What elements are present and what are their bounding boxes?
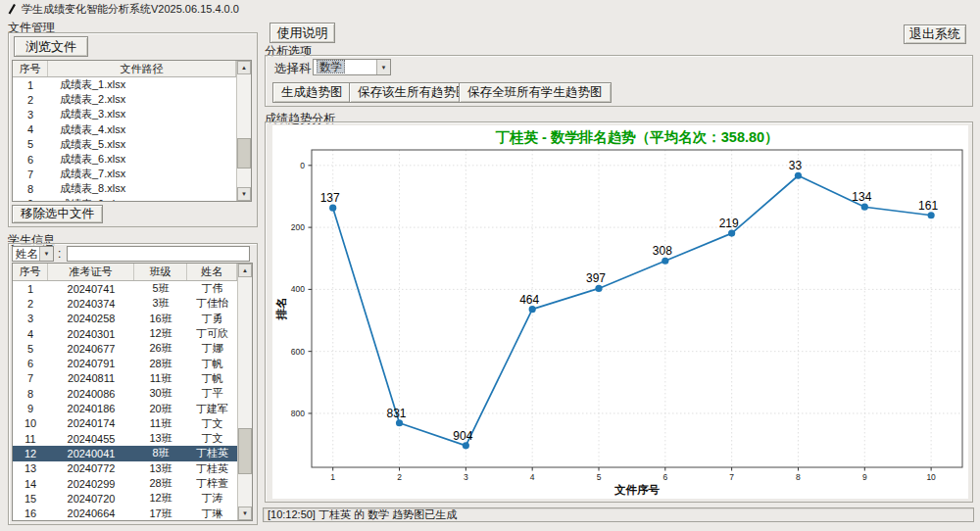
svg-text:800: 800 — [291, 409, 305, 418]
scrollbar-thumb[interactable] — [237, 138, 251, 169]
help-button[interactable]: 使用说明 — [270, 23, 335, 43]
svg-text:200: 200 — [291, 222, 305, 232]
svg-text:904: 904 — [453, 429, 472, 443]
table-cell: 11 — [13, 431, 48, 446]
table-cell: 11班 — [134, 416, 187, 431]
table-cell: 丁佳怡 — [187, 296, 237, 311]
table-cell: 丁伟 — [187, 281, 237, 296]
svg-text:400: 400 — [291, 284, 305, 294]
table-cell: 30班 — [134, 386, 187, 401]
table-cell: 13班 — [134, 431, 187, 446]
table-cell: 5班 — [134, 281, 187, 296]
table-cell: 20240086 — [48, 386, 134, 401]
table-cell: 丁可欣 — [187, 326, 237, 341]
table-row[interactable]: 52024067726班丁娜 — [13, 341, 252, 356]
window-title: 学生成绩变化智能分析系统V2025.06.15.4.0.0 — [22, 2, 239, 17]
table-row[interactable]: 62024079128班丁帆 — [13, 356, 252, 370]
browse-files-button[interactable]: 浏览文件 — [14, 36, 88, 57]
table-row[interactable]: 72024081111班丁帆 — [13, 371, 252, 386]
chart-canvas: 123456789100200400600800丁桂英 - 数学排名趋势（平均名… — [272, 125, 968, 499]
table-row[interactable]: 42024030112班丁可欣 — [13, 326, 252, 341]
table-cell: 丁帆 — [187, 371, 237, 386]
table-cell: 7 — [13, 167, 48, 181]
table-cell: 成绩表_4.xlsx — [48, 122, 236, 137]
save-class-trends-button[interactable]: 保存全班所有学生趋势图 — [459, 82, 612, 103]
table-cell: 20240174 — [48, 416, 134, 431]
table-row[interactable]: 2成绩表_2.xlsx — [13, 92, 251, 107]
table-row[interactable]: 162024066417班丁琳 — [13, 506, 252, 520]
generate-trend-button[interactable]: 生成趋势图 — [272, 82, 352, 103]
table-cell: 2 — [13, 92, 48, 107]
svg-text:文件序号: 文件序号 — [614, 484, 661, 496]
svg-text:丁桂英 - 数学排名趋势（平均名次：358.80）: 丁桂英 - 数学排名趋势（平均名次：358.80） — [495, 129, 778, 145]
svg-text:8: 8 — [796, 472, 801, 482]
svg-text:9: 9 — [862, 472, 867, 482]
table-cell: 20240741 — [48, 281, 134, 296]
table-row[interactable]: 5成绩表_5.xlsx — [13, 137, 251, 152]
table-cell: 成绩表_8.xlsx — [48, 181, 236, 196]
table-cell: 28班 — [134, 356, 187, 370]
table-cell: 8 — [13, 386, 48, 401]
table-row[interactable]: 7成绩表_7.xlsx — [13, 167, 251, 181]
exit-system-button[interactable]: 退出系统 — [904, 24, 966, 44]
table-cell: 成绩表_1.xlsx — [48, 77, 236, 92]
table-cell: 成绩表_7.xlsx — [48, 167, 236, 181]
save-student-trends-button[interactable]: 保存该生所有趋势图 — [349, 82, 477, 103]
column-header: 序号 — [13, 61, 48, 76]
table-row[interactable]: 2202403743班丁佳怡 — [13, 296, 252, 311]
scroll-up-icon[interactable]: ▲ — [238, 264, 252, 277]
scroll-down-icon[interactable]: ▼ — [238, 507, 252, 520]
table-cell: 20240772 — [48, 461, 134, 476]
svg-text:3: 3 — [464, 472, 468, 482]
table-row[interactable]: 9成绩表_9.xlsx — [13, 197, 251, 203]
table-cell: 20240455 — [48, 431, 134, 446]
svg-text:831: 831 — [387, 407, 407, 420]
student-list-table: 序号准考证号班级姓名 1202407415班丁伟2202403743班丁佳怡32… — [12, 263, 253, 521]
student-list-scrollbar[interactable]: ▲ ▼ — [237, 264, 252, 520]
scrollbar-thumb[interactable] — [238, 428, 252, 474]
table-row[interactable]: 8成绩表_8.xlsx — [13, 181, 251, 196]
column-header: 班级 — [134, 264, 187, 280]
table-cell: 9 — [13, 197, 48, 203]
table-row[interactable]: 92024018620班丁建军 — [13, 401, 252, 415]
svg-text:397: 397 — [586, 271, 606, 285]
table-cell: 16 — [13, 506, 48, 520]
table-cell: 4 — [13, 326, 48, 341]
svg-text:600: 600 — [291, 347, 305, 357]
table-row[interactable]: 112024045513班丁文 — [13, 431, 252, 446]
filter-field-select[interactable]: 姓名 ▼ — [12, 246, 54, 262]
table-cell: 20240374 — [48, 296, 134, 311]
table-row[interactable]: 102024017411班丁文 — [13, 416, 252, 431]
table-cell: 20240664 — [48, 506, 134, 520]
svg-text:6: 6 — [662, 472, 667, 482]
table-row[interactable]: 1202407415班丁伟 — [13, 281, 252, 296]
table-cell: 11班 — [134, 371, 187, 386]
file-list-scrollbar[interactable]: ▲ ▼ — [236, 61, 251, 201]
table-row[interactable]: 82024008630班丁平 — [13, 386, 252, 401]
subject-select[interactable]: 数学 ▼ — [313, 59, 391, 75]
table-cell: 成绩表_9.xlsx — [48, 197, 236, 203]
table-cell: 2 — [13, 296, 48, 311]
table-row[interactable]: 1成绩表_1.xlsx — [13, 77, 251, 92]
table-header: 序号准考证号班级姓名 — [13, 264, 252, 281]
svg-text:排名: 排名 — [275, 298, 287, 321]
name-filter-input[interactable] — [67, 246, 250, 262]
table-row[interactable]: 152024072012班丁涛 — [13, 491, 252, 506]
scroll-up-icon[interactable]: ▲ — [237, 61, 251, 74]
table-cell: 15 — [13, 491, 48, 506]
table-cell: 丁梓萱 — [187, 476, 237, 491]
table-row[interactable]: 12202400418班丁桂英 — [13, 446, 252, 460]
svg-text:33: 33 — [789, 159, 803, 172]
table-cell: 5 — [13, 137, 48, 152]
table-row[interactable]: 4成绩表_4.xlsx — [13, 122, 251, 137]
scroll-down-icon[interactable]: ▼ — [237, 187, 251, 201]
status-bar: [10:12:50] 丁桂英 的 数学 趋势图已生成 — [263, 507, 974, 522]
table-cell: 成绩表_6.xlsx — [48, 152, 236, 167]
remove-selected-files-button[interactable]: 移除选中文件 — [12, 205, 103, 223]
table-row[interactable]: 6成绩表_6.xlsx — [13, 152, 251, 167]
table-row[interactable]: 3成绩表_3.xlsx — [13, 107, 251, 121]
table-row[interactable]: 142024029928班丁梓萱 — [13, 476, 252, 491]
table-row[interactable]: 132024077213班丁桂英 — [13, 461, 252, 476]
table-cell: 14 — [13, 476, 48, 491]
table-row[interactable]: 32024025816班丁勇 — [13, 312, 252, 326]
